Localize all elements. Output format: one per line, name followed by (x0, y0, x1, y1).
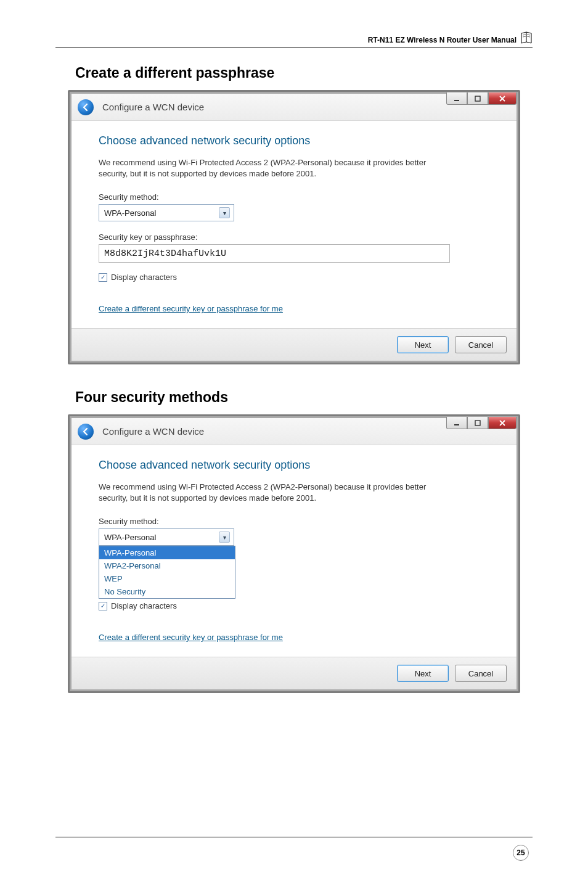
window-controls (446, 92, 517, 105)
close-button[interactable] (488, 92, 517, 105)
book-icon (520, 31, 533, 44)
content-desc: We recommend using Wi-Fi Protected Acces… (99, 157, 444, 179)
svg-rect-8 (475, 421, 480, 425)
display-characters-checkbox-2[interactable]: ✓ (99, 602, 107, 610)
section-title-passphrase: Create a different passphrase (75, 65, 533, 81)
security-method-select[interactable]: WPA-Personal ▾ (99, 204, 234, 221)
security-method-value-2: WPA-Personal (104, 533, 156, 542)
footer-rule (55, 837, 533, 837)
next-button[interactable]: Next (397, 336, 449, 353)
option-no-security[interactable]: No Security (99, 585, 235, 598)
titlebar-2: Configure a WCN device (71, 418, 517, 445)
dialog-content: Choose advanced network security options… (71, 121, 517, 328)
cancel-button[interactable]: Cancel (455, 336, 507, 353)
minimize-button-2[interactable] (446, 417, 467, 429)
passphrase-value: M8d8K2IjR4t3D4hafUvk1U (104, 248, 226, 259)
display-characters-label: Display characters (111, 273, 177, 282)
window-title: Configure a WCN device (102, 102, 204, 112)
option-wpa2-personal[interactable]: WPA2-Personal (99, 559, 235, 572)
cancel-button-label-2: Cancel (468, 669, 493, 678)
next-button-label: Next (415, 340, 431, 350)
display-characters-row-2: ✓ Display characters (99, 601, 492, 610)
dialog-1-frame: Configure a WCN device Choose advanced n… (68, 90, 520, 364)
dialog-content-2: Choose advanced network security options… (71, 445, 517, 657)
back-button[interactable] (78, 99, 94, 115)
manual-title: RT-N11 EZ Wireless N Router User Manual (368, 36, 517, 44)
dialog-1: Configure a WCN device Choose advanced n… (71, 94, 517, 361)
display-characters-row: ✓ Display characters (99, 273, 492, 282)
window-title-2: Configure a WCN device (102, 426, 204, 437)
security-method-value: WPA-Personal (104, 208, 156, 218)
security-method-label-2: Security method: (99, 517, 492, 526)
content-heading-2: Choose advanced network security options (99, 459, 492, 472)
security-method-select-open[interactable]: WPA-Personal ▾ WPA-Personal WPA2-Persona… (99, 528, 234, 546)
dialog-2-frame: Configure a WCN device Choose advanced n… (68, 414, 520, 693)
passphrase-input[interactable]: M8d8K2IjR4t3D4hafUvk1U (99, 244, 450, 263)
page-number: 25 (513, 845, 529, 861)
svg-line-2 (523, 36, 526, 37)
maximize-button[interactable] (467, 92, 488, 105)
svg-line-4 (527, 36, 530, 37)
button-row: Next Cancel (71, 328, 517, 361)
content-desc-2: We recommend using Wi-Fi Protected Acces… (99, 482, 444, 503)
chevron-down-icon-2: ▾ (219, 532, 230, 543)
display-characters-label-2: Display characters (111, 601, 177, 610)
security-method-label: Security method: (99, 192, 492, 202)
display-characters-checkbox[interactable]: ✓ (99, 273, 107, 282)
svg-line-1 (523, 35, 526, 35)
button-row-2: Next Cancel (71, 657, 517, 689)
cancel-button-label: Cancel (468, 340, 493, 350)
option-wpa-personal[interactable]: WPA-Personal (99, 546, 235, 559)
content-heading: Choose advanced network security options (99, 134, 492, 147)
close-button-2[interactable] (488, 417, 517, 429)
chevron-down-icon: ▾ (219, 207, 230, 218)
titlebar: Configure a WCN device (71, 94, 517, 121)
cancel-button-2[interactable]: Cancel (455, 665, 507, 682)
section-title-methods: Four security methods (75, 389, 533, 406)
passphrase-label: Security key or passphrase: (99, 232, 492, 242)
maximize-button-2[interactable] (467, 417, 488, 429)
back-button-2[interactable] (78, 424, 94, 440)
minimize-button[interactable] (446, 92, 467, 105)
regenerate-link[interactable]: Create a different security key or passp… (99, 304, 283, 313)
page-header: RT-N11 EZ Wireless N Router User Manual (55, 31, 533, 47)
security-method-dropdown: WPA-Personal WPA2-Personal WEP No Securi… (99, 546, 235, 599)
window-controls-2 (446, 417, 517, 429)
regenerate-link-2[interactable]: Create a different security key or passp… (99, 633, 283, 642)
next-button-label-2: Next (415, 669, 431, 678)
svg-line-3 (527, 35, 530, 35)
next-button-2[interactable]: Next (397, 665, 449, 682)
dialog-2: Configure a WCN device Choose advanced n… (71, 418, 517, 689)
option-wep[interactable]: WEP (99, 572, 235, 585)
svg-rect-6 (475, 96, 480, 101)
